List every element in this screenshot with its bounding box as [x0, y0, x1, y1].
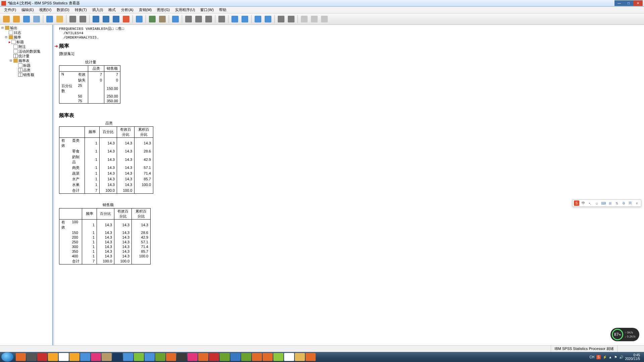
taskbar-app-icon[interactable]: [241, 353, 251, 361]
taskbar-app-icon[interactable]: [145, 353, 155, 361]
taskbar-app-icon[interactable]: [102, 353, 112, 361]
toolbar-button[interactable]: [170, 14, 180, 24]
toolbar-button[interactable]: [319, 14, 329, 24]
menu-item[interactable]: 视图(V): [37, 7, 54, 13]
toolbar-button[interactable]: [183, 14, 194, 24]
toolbar-button[interactable]: [55, 14, 65, 24]
taskbar-app-icon[interactable]: [91, 353, 101, 361]
close-button[interactable]: ✕: [633, 0, 643, 6]
taskbar-app-icon[interactable]: [263, 353, 273, 361]
toolbar-button[interactable]: [157, 14, 167, 24]
sales-table[interactable]: 频率百分比有效百分比累积百分比有效100114.314.314.3150114.…: [59, 208, 151, 264]
menu-item[interactable]: 帮助: [216, 7, 229, 13]
expand-icon[interactable]: ⊟: [1, 25, 4, 30]
taskbar-app-icon[interactable]: [26, 353, 37, 361]
ime-option-icon[interactable]: •,: [587, 200, 593, 206]
menu-item[interactable]: 图形(G): [154, 7, 172, 13]
taskbar-app-icon[interactable]: [198, 353, 208, 361]
outline-pane[interactable]: ⊟输出 日志 ⊟频率 ▸标题 附注 活动的数据集 统计量 ⊟频率表 标题 品类 …: [0, 25, 53, 345]
tree-node-sales[interactable]: 销售额: [1, 72, 52, 77]
tree-node-title[interactable]: ▸标题: [1, 40, 52, 44]
tray-ime-icon[interactable]: S: [596, 355, 601, 359]
taskbar-app-icon[interactable]: [155, 353, 165, 361]
start-button[interactable]: [1, 352, 13, 362]
taskbar-app-icon[interactable]: [273, 353, 283, 361]
taskbar-app-icon[interactable]: [80, 353, 90, 361]
taskbar-app-icon[interactable]: [252, 353, 262, 361]
toolbar-button[interactable]: [101, 14, 111, 24]
ime-option-icon[interactable]: 简: [628, 200, 633, 206]
perf-widget[interactable]: 87% ↑ 0K/s ↓ 0.2K/s: [610, 328, 639, 341]
ime-option-icon[interactable]: ☺: [594, 200, 599, 206]
toolbar-button[interactable]: [309, 14, 319, 24]
toolbar-button[interactable]: [286, 14, 296, 24]
toolbar-button[interactable]: [91, 14, 101, 24]
tray-sound-icon[interactable]: 🔊: [619, 355, 623, 359]
toolbar-button[interactable]: [263, 14, 273, 24]
toolbar-button[interactable]: [204, 14, 214, 24]
ime-option-icon[interactable]: ⚙: [621, 200, 626, 206]
tree-node-freqtab[interactable]: ⊟频率表: [1, 58, 52, 63]
system-tray[interactable]: CH S ⚡ ▲ ⚑ 🔊 0:45 2020/11/5: [589, 353, 643, 361]
tray-up-icon[interactable]: ▲: [609, 355, 612, 359]
toolbar-button[interactable]: [230, 14, 240, 24]
menu-item[interactable]: 窗口(W): [198, 7, 216, 13]
tree-node-notes[interactable]: 附注: [1, 44, 52, 49]
taskbar-app-icon[interactable]: [166, 353, 176, 361]
ime-toolbar[interactable]: S 中 •,☺⌨⊞⇅⚙简≡: [572, 199, 641, 207]
toolbar-button[interactable]: [11, 14, 21, 24]
toolbar-button[interactable]: [32, 14, 42, 24]
toolbar-button[interactable]: [68, 14, 78, 24]
tree-node-cat[interactable]: 品类: [1, 68, 52, 72]
taskbar-app-icon[interactable]: [123, 353, 133, 361]
menu-item[interactable]: 分析(A): [118, 7, 136, 13]
ime-option-icon[interactable]: ≡: [634, 200, 640, 206]
tree-node-stats[interactable]: 统计量: [1, 54, 52, 58]
toolbar-button[interactable]: [276, 14, 286, 24]
expand-icon[interactable]: ⊟: [4, 35, 8, 40]
tree-root[interactable]: ⊟输出: [1, 25, 52, 30]
taskbar-app-icon[interactable]: [69, 353, 79, 361]
toolbar-button[interactable]: [134, 14, 144, 24]
taskbar-app-icon[interactable]: [230, 353, 240, 361]
tray-flag-icon[interactable]: ⚑: [614, 355, 617, 359]
taskbar-app-icon[interactable]: [295, 353, 305, 361]
menu-item[interactable]: 实用程序(U): [172, 7, 198, 13]
ime-option-icon[interactable]: ⊞: [607, 200, 613, 206]
cat-table[interactable]: 频率百分比有效百分比累积百分比有效蛋类114.314.314.3零食114.31…: [59, 126, 153, 194]
taskbar-app-icon[interactable]: [16, 353, 26, 361]
taskbar-app-icon[interactable]: [220, 353, 230, 361]
maximize-button[interactable]: □: [624, 0, 633, 6]
tree-node-active[interactable]: 活动的数据集: [1, 49, 52, 54]
tray-net-icon[interactable]: ⚡: [603, 355, 607, 359]
menu-item[interactable]: 直销(M): [136, 7, 155, 13]
toolbar-button[interactable]: [147, 14, 157, 24]
taskbar-app-icon[interactable]: [112, 353, 122, 361]
menu-item[interactable]: 数据(D): [54, 7, 72, 13]
menu-item[interactable]: 编辑(E): [19, 7, 37, 13]
ime-lang-icon[interactable]: 中: [581, 200, 586, 206]
tree-node-freq[interactable]: ⊟频率: [1, 35, 52, 40]
taskbar-app-icon[interactable]: [306, 353, 316, 361]
tree-node-subtitle[interactable]: 标题: [1, 63, 52, 68]
taskbar-app-icon[interactable]: [177, 353, 187, 361]
taskbar-app-icon[interactable]: [209, 353, 219, 361]
minimize-button[interactable]: —: [614, 0, 624, 6]
taskbar-app-icon[interactable]: [284, 353, 294, 361]
toolbar-button[interactable]: [45, 14, 55, 24]
tree-node-log[interactable]: 日志: [1, 30, 52, 35]
toolbar-button[interactable]: [240, 14, 250, 24]
toolbar-button[interactable]: [217, 14, 227, 24]
toolbar-button[interactable]: [1, 14, 11, 24]
menu-item[interactable]: 插入(I): [90, 7, 106, 13]
expand-icon[interactable]: ⊟: [9, 58, 13, 63]
toolbar-button[interactable]: [78, 14, 88, 24]
toolbar-button[interactable]: [121, 14, 131, 24]
toolbar-button[interactable]: [299, 14, 309, 24]
toolbar-button[interactable]: [253, 14, 263, 24]
tray-clock[interactable]: 0:45 2020/11/5: [625, 353, 640, 361]
stats-table[interactable]: 品类销售额N有效77缺失00百分位数25150.0050250.0075350.…: [59, 65, 120, 104]
ime-option-icon[interactable]: ⌨: [601, 200, 606, 206]
menu-item[interactable]: 文件(F): [1, 7, 19, 13]
toolbar-button[interactable]: [21, 14, 32, 24]
